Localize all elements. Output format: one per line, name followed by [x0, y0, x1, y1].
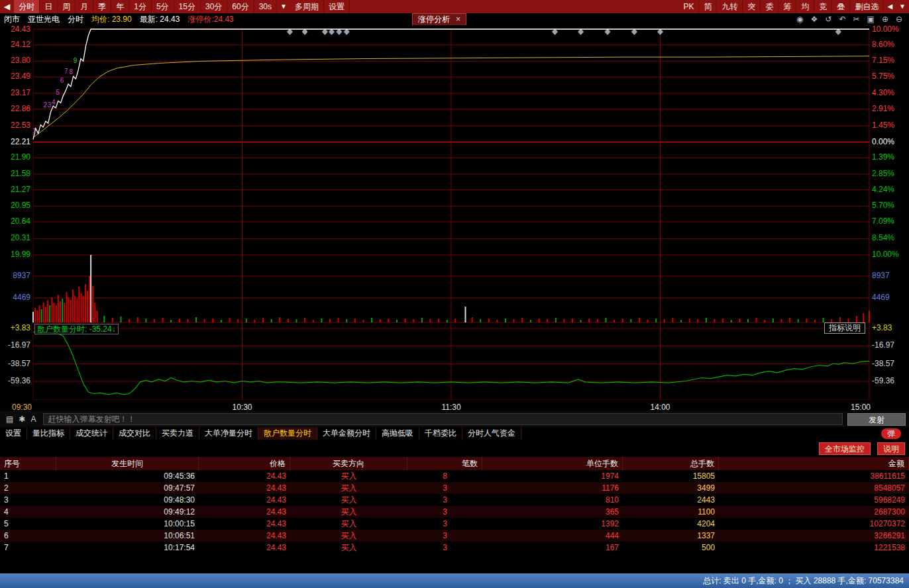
- indicator-tab-设置[interactable]: 设置: [0, 427, 27, 440]
- zoom-in-icon[interactable]: ⊕: [882, 15, 888, 24]
- trade-record-row[interactable]: 209:47:5724.43买入3117634998548057: [0, 482, 909, 494]
- close-icon[interactable]: ×: [456, 14, 460, 25]
- period-tab-日[interactable]: 日: [40, 0, 58, 13]
- period-tab-1分[interactable]: 1分: [129, 0, 152, 13]
- cell-总手数: 3499: [623, 482, 719, 494]
- toolbar-item-设置[interactable]: 设置: [324, 0, 350, 13]
- gear-icon[interactable]: ✱: [19, 415, 25, 424]
- cell-价格: 24.43: [199, 470, 290, 482]
- event-marker: 5: [56, 89, 60, 96]
- indicator-tab-量比指标[interactable]: 量比指标: [27, 427, 70, 440]
- toolbar-dropdown-icon[interactable]: ▼: [896, 0, 909, 13]
- period-tab-60分[interactable]: 60分: [227, 0, 254, 13]
- toolbar-collapse-icon[interactable]: ◀: [884, 0, 896, 13]
- cell-价格: 24.43: [199, 494, 290, 506]
- sub-tick: -38.57: [872, 360, 909, 368]
- toolbar-right-委[interactable]: 委: [761, 0, 778, 13]
- toolbar-right-九转[interactable]: 九转: [717, 0, 743, 13]
- cell-金额: 38611615: [719, 470, 909, 482]
- time-label-09:30: 09:30: [12, 403, 41, 412]
- period-dropdown-icon[interactable]: ▼: [277, 0, 290, 13]
- indicator-tab-千档委比[interactable]: 千档委比: [419, 427, 462, 440]
- help-button[interactable]: 说明: [877, 442, 905, 455]
- period-tab-分时[interactable]: 分时: [14, 0, 40, 13]
- market-monitor-button[interactable]: 全市场监控: [819, 442, 871, 455]
- font-icon[interactable]: A: [30, 415, 36, 424]
- hand-icon[interactable]: ❖: [811, 15, 818, 24]
- scissors-icon[interactable]: ✂: [853, 15, 859, 24]
- indicator-tab-成交对比[interactable]: 成交对比: [113, 427, 156, 440]
- volume-bar: [622, 318, 623, 322]
- period-tab-周[interactable]: 周: [58, 0, 76, 13]
- trade-record-row[interactable]: 610:06:5124.43买入344413373266291: [0, 530, 909, 542]
- refresh-icon[interactable]: ↺: [825, 15, 831, 24]
- danmaku-input[interactable]: [43, 413, 843, 425]
- undo-icon[interactable]: ↶: [839, 15, 845, 24]
- volume-bar: [739, 318, 740, 322]
- volume-bar: [371, 318, 372, 322]
- volume-bar: [672, 318, 673, 322]
- toolbar-right-筹[interactable]: 筹: [778, 0, 796, 13]
- cell-价格: 24.43: [199, 542, 290, 554]
- trade-record-row[interactable]: 309:48:3024.43买入381024435968249: [0, 494, 909, 506]
- period-tab-月[interactable]: 月: [76, 0, 93, 13]
- danmaku-list-icon[interactable]: ▤: [6, 415, 13, 424]
- toolbar-right-竞[interactable]: 竞: [814, 0, 832, 13]
- cell-序号: 7: [0, 542, 56, 554]
- cell-总手数: 1337: [623, 530, 719, 542]
- time-label-10:30: 10:30: [228, 403, 257, 412]
- period-tab-30分[interactable]: 30分: [201, 0, 227, 13]
- intraday-chart[interactable]: 123456789 散户数量分时: -35.24↓ 指标说明 24.4324.1…: [0, 25, 909, 411]
- volume-bar: [513, 319, 515, 322]
- market-status: 闭市: [4, 14, 20, 25]
- danmaku-send-button[interactable]: 发射: [847, 413, 906, 426]
- danmaku-toggle-pill[interactable]: 弹: [881, 428, 901, 439]
- volume-bar: [97, 311, 98, 322]
- trade-record-row[interactable]: 510:00:1524.43买入31392420410270372: [0, 518, 909, 530]
- volume-bar: [555, 318, 557, 322]
- period-tab-季[interactable]: 季: [93, 0, 111, 13]
- collapse-left-icon[interactable]: ◀: [0, 2, 14, 11]
- indicator-tab-分时人气资金[interactable]: 分时人气资金: [462, 427, 521, 440]
- indicator-tab-买卖力道[interactable]: 买卖力道: [156, 427, 199, 440]
- tab-limit-up-analysis[interactable]: 涨停分析 ×: [412, 13, 466, 26]
- pct-tick: 1.45%: [872, 121, 909, 130]
- zoom-out-icon[interactable]: ⊖: [896, 15, 902, 24]
- indicator-help-button[interactable]: 指标说明: [824, 322, 865, 334]
- toolbar-right-删自选[interactable]: 删自选: [850, 0, 884, 13]
- indicator-tab-散户数量分时[interactable]: 散户数量分时: [258, 427, 317, 440]
- period-tab-30s[interactable]: 30s: [254, 0, 277, 13]
- volume-bar: [76, 299, 78, 322]
- indicator-tab-高抛低吸[interactable]: 高抛低吸: [376, 427, 419, 440]
- chart-canvas[interactable]: 123456789: [0, 25, 909, 400]
- cell-买卖方向: 买入: [290, 494, 407, 506]
- time-label-11:30: 11:30: [437, 403, 466, 412]
- lock-icon[interactable]: ▣: [867, 15, 875, 24]
- toolbar-item-多周期[interactable]: 多周期: [290, 0, 324, 13]
- indicator-tab-大单净量分时[interactable]: 大单净量分时: [199, 427, 258, 440]
- view-icon[interactable]: ◉: [796, 15, 803, 24]
- cell-笔数: 3: [407, 494, 482, 506]
- period-tab-年[interactable]: 年: [111, 0, 129, 13]
- toolbar-right-简[interactable]: 简: [699, 0, 717, 13]
- volume-bar: [321, 318, 322, 322]
- period-tab-5分[interactable]: 5分: [152, 0, 174, 13]
- volume-bar: [588, 318, 590, 322]
- trade-record-row[interactable]: 109:45:3624.43买入819741580538611615: [0, 470, 909, 482]
- toolbar-right-PK[interactable]: PK: [678, 0, 699, 13]
- cell-发生时间: 10:00:15: [56, 518, 199, 530]
- toolbar-right-叠[interactable]: 叠: [832, 0, 850, 13]
- trade-record-row[interactable]: 409:49:1224.43买入336511002687300: [0, 506, 909, 518]
- cell-序号: 4: [0, 506, 56, 518]
- sub-tick: +3.83: [872, 324, 909, 332]
- cell-发生时间: 09:45:36: [56, 470, 199, 482]
- toolbar-right-均[interactable]: 均: [796, 0, 814, 13]
- volume-tick: 8937: [0, 271, 30, 280]
- indicator-tab-成交统计[interactable]: 成交统计: [70, 427, 113, 440]
- toolbar-right-突[interactable]: 突: [743, 0, 761, 13]
- cell-总手数: 500: [623, 542, 719, 554]
- trade-record-row[interactable]: 710:17:5424.43买入31675001221538: [0, 542, 909, 554]
- volume-bar: [773, 318, 774, 322]
- indicator-tab-大单金额分时[interactable]: 大单金额分时: [317, 427, 376, 440]
- period-tab-15分[interactable]: 15分: [174, 0, 201, 13]
